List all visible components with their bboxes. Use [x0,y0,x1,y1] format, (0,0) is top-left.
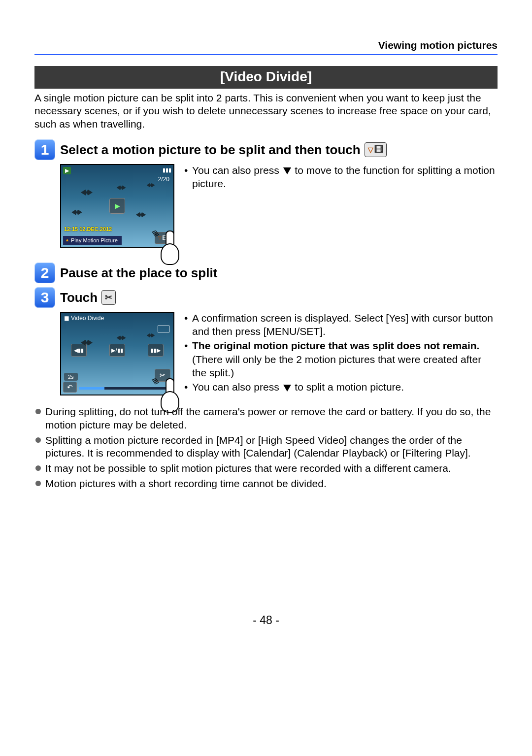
step-1-title: Select a motion picture to be split and … [60,139,387,160]
step-1-title-text: Select a motion picture to be split and … [60,139,361,160]
battery-icon: ▮▮▮ [163,167,171,174]
step-3-title: Touch ✂ [60,287,116,308]
note-3: It may not be possible to split motion p… [34,462,498,475]
down-arrow-icon [283,167,291,174]
play-button[interactable]: ▶ [109,198,125,214]
intro-paragraph: A single motion picture can be split int… [34,92,498,131]
step-3-notes: A confirmation screen is displayed. Sele… [184,312,498,395]
manual-page: Viewing motion pictures [Video Divide] A… [0,0,532,642]
play-pause-button[interactable]: ▶/▮▮ [109,344,125,357]
note-1: During splitting, do not turn off the ca… [34,405,498,432]
step-3-bullet-1: A confirmation screen is displayed. Sele… [184,312,498,338]
frame-back-button[interactable]: ◀▮▮ [71,344,87,357]
step-3-number: 3 [34,287,55,308]
page-title: [Video Divide] [34,66,498,89]
play-motion-picture-label: Play Motion Picture [63,236,122,245]
note-2: Splitting a motion picture recorded in [… [34,434,498,460]
step-3-body: ▮▮Video Divide ◀▮▮ ▶/▮▮ ▮▮▶ 2s ✂ ↶ \\\\ … [60,312,498,395]
step-3-thumbnail: ▮▮Video Divide ◀▮▮ ▶/▮▮ ▮▮▶ 2s ✂ ↶ \\\\ [60,312,174,395]
section-header: Viewing motion pictures [34,39,498,51]
header-rule [34,54,498,55]
step-1-number: 1 [34,139,55,160]
elapsed-time: 2s [64,373,78,381]
step-1-notes: You can also press to move to the functi… [184,164,498,248]
step-3-bullet-2-sub: (There will only be the 2 motion picture… [184,353,498,380]
step-2-title: Pause at the place to split [60,263,217,283]
step-3-bullet-3: You can also press to split a motion pic… [184,381,498,394]
step-1-body: ▶ ▮▮▮ 2/20 ▶ 12:15 12.DEC.2012 Play Moti… [60,164,498,248]
touch-hand-icon: \\\\ [156,230,184,265]
step-3-bullet-3a: You can also press [192,381,282,393]
divide-screen-title: ▮▮Video Divide [64,315,104,322]
rec-mode-badge: ▶ [63,167,71,174]
step-3-bullet-2: The original motion picture that was spl… [184,339,498,353]
step-3-bullet-3b: to split a motion picture. [292,381,404,393]
timestamp-overlay: 12:15 12.DEC.2012 [64,226,112,232]
page-number: - 48 - [34,614,498,627]
step-2-header: 2 Pause at the place to split [34,263,498,283]
down-arrow-icon [283,385,291,392]
scissors-icon: ✂ [101,290,116,305]
image-counter: 2/20 [158,176,169,183]
step-1-bullet: You can also press to move to the functi… [184,164,498,191]
step-2-number: 2 [34,263,55,283]
frame-fwd-button[interactable]: ▮▮▶ [148,344,164,357]
step-3-header: 3 Touch ✂ [34,287,498,308]
footnotes: During splitting, do not turn off the ca… [34,405,498,491]
note-4: Motion pictures with a short recording t… [34,477,498,491]
step-1-header: 1 Select a motion picture to be split an… [34,139,498,160]
split-touch-icon: ▽🎞 [365,142,387,157]
step-1-bullet-a: You can also press [192,164,282,176]
step-1-thumbnail: ▶ ▮▮▮ 2/20 ▶ 12:15 12.DEC.2012 Play Moti… [60,164,174,248]
battery-icon [158,326,169,332]
step-3-title-text: Touch [60,287,98,308]
back-button[interactable]: ↶ [63,382,77,393]
